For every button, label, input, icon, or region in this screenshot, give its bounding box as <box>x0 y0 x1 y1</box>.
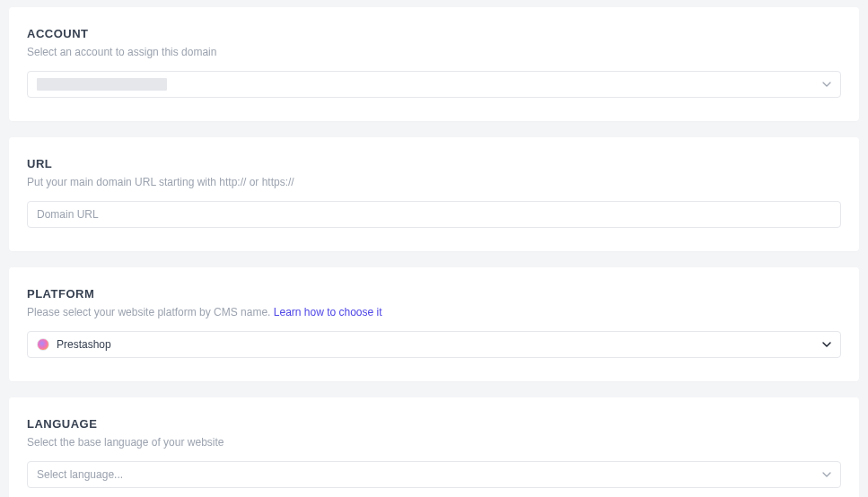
account-select-value <box>37 78 167 91</box>
url-input[interactable] <box>37 208 831 221</box>
platform-select-value: Prestashop <box>37 338 111 351</box>
platform-description-text: Please select your website platform by C… <box>27 306 274 318</box>
platform-title: PLATFORM <box>27 287 841 301</box>
chevron-down-icon <box>822 80 831 89</box>
language-section: LANGUAGE Select the base language of you… <box>9 397 859 497</box>
chevron-down-icon <box>822 340 831 349</box>
account-title: ACCOUNT <box>27 27 841 40</box>
url-title: URL <box>27 157 841 170</box>
platform-select[interactable]: Prestashop <box>27 331 841 358</box>
platform-learn-link[interactable]: Learn how to choose it <box>274 306 382 318</box>
url-input-wrap <box>27 201 841 228</box>
account-section: ACCOUNT Select an account to assign this… <box>9 7 859 121</box>
platform-select-label: Prestashop <box>57 338 111 351</box>
platform-section: PLATFORM Please select your website plat… <box>9 267 859 381</box>
url-description: Put your main domain URL starting with h… <box>27 176 841 188</box>
account-description: Select an account to assign this domain <box>27 46 841 58</box>
language-select-placeholder: Select language... <box>37 468 123 481</box>
platform-description: Please select your website platform by C… <box>27 306 841 318</box>
language-title: LANGUAGE <box>27 417 841 431</box>
account-select[interactable] <box>27 71 841 98</box>
account-redacted-value <box>37 78 167 91</box>
language-select[interactable]: Select language... <box>27 461 841 488</box>
prestashop-icon <box>37 338 49 351</box>
url-section: URL Put your main domain URL starting wi… <box>9 137 859 251</box>
chevron-down-icon <box>822 470 831 479</box>
language-description: Select the base language of your website <box>27 436 841 449</box>
